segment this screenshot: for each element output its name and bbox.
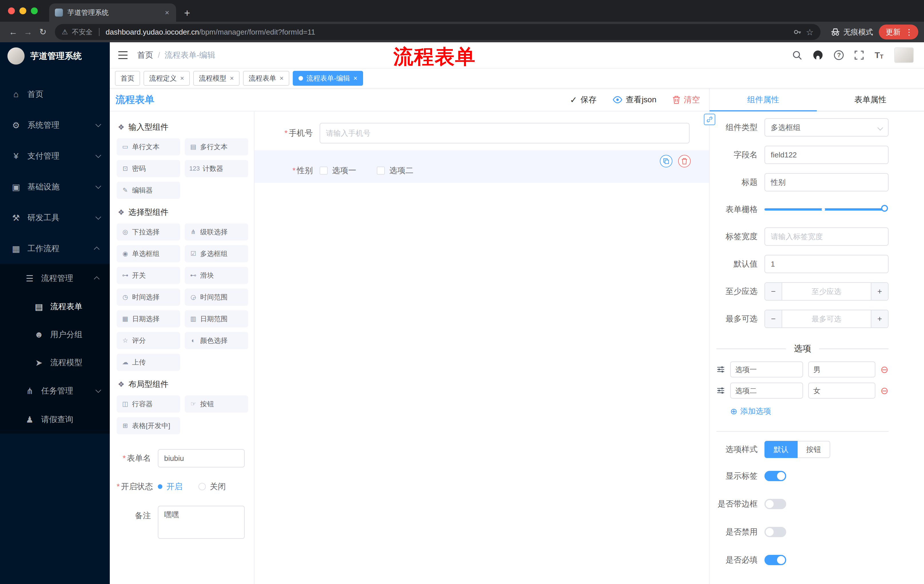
save-button[interactable]: ✓ 保存 [570,94,596,105]
component-counter[interactable]: 123计数器 [185,160,248,177]
form-remark-textarea[interactable]: 嘿嘿 [158,506,245,539]
component-time-picker[interactable]: ◷时间选择 [117,289,180,306]
remove-option-icon[interactable]: ⊖ [881,386,889,395]
browser-menu-icon[interactable]: ⋮ [905,28,913,37]
component-password[interactable]: ⊡密码 [117,160,180,177]
tag-process-model[interactable]: 流程模型 × [193,71,239,86]
github-icon[interactable] [813,50,823,60]
component-slider[interactable]: ⊷滑块 [185,267,248,284]
clear-button[interactable]: 清空 [672,94,700,105]
security-label[interactable]: 不安全 [72,28,92,36]
new-tab-button[interactable]: + [176,8,198,22]
slider-handle[interactable] [881,205,888,212]
font-size-icon[interactable]: TT [874,51,883,59]
component-radio-group[interactable]: ◉单选框组 [117,245,180,262]
close-icon[interactable]: × [180,75,184,82]
increase-button[interactable]: + [871,283,888,300]
drag-handle-icon[interactable] [716,386,725,395]
tag-process-form-edit[interactable]: 流程表单-编辑 × [293,71,363,86]
required-toggle[interactable] [764,555,786,565]
gender-option-2-checkbox[interactable]: 选项二 [377,165,413,176]
tab-form-props[interactable]: 表单属性 [817,89,924,111]
gender-option-1-checkbox[interactable]: 选项一 [320,165,356,176]
status-off-radio[interactable]: 关闭 [198,481,226,492]
drag-handle-icon[interactable] [716,365,725,374]
style-button-button[interactable]: 按钮 [798,441,830,458]
link-icon[interactable] [704,114,715,125]
copy-widget-button[interactable] [660,155,672,168]
component-single-line-text[interactable]: ▭单行文本 [117,138,180,155]
option-1-value-input[interactable] [808,362,875,377]
component-checkbox-group[interactable]: ☑多选框组 [185,245,248,262]
form-canvas[interactable]: *手机号 [254,112,709,584]
option-1-label-input[interactable] [730,362,803,377]
form-name-input[interactable] [158,449,245,467]
delete-widget-button[interactable] [678,155,691,168]
search-icon[interactable] [792,50,802,60]
tag-process-definition[interactable]: 流程定义 × [144,71,190,86]
remove-option-icon[interactable]: ⊖ [881,365,889,374]
sidebar-item-leave-query[interactable]: ♟ 请假查询 [0,405,110,434]
status-on-radio[interactable]: 开启 [158,481,182,492]
fullscreen-icon[interactable] [855,51,864,60]
tab-close-icon[interactable]: × [164,8,170,17]
close-icon[interactable]: × [353,75,357,82]
tag-process-form[interactable]: 流程表单 × [243,71,289,86]
component-row-container[interactable]: ◫行容器 [117,395,180,413]
option-2-label-input[interactable] [730,383,803,398]
sidebar-item-workflow[interactable]: ▦ 工作流程 [0,233,110,264]
help-icon[interactable]: ? [834,50,844,60]
browser-tab[interactable]: 芋道管理系统 × [49,3,176,22]
component-rate[interactable]: ☆评分 [117,332,180,349]
url-text[interactable]: dashboard.yudao.iocoder.cn/bpm/manager/f… [106,28,790,36]
tab-component-props[interactable]: 组件属性 [710,89,817,111]
component-time-range[interactable]: ◶时间范围 [185,289,248,306]
widget-phone[interactable]: *手机号 [254,116,709,150]
breadcrumb-home[interactable]: 首页 [137,50,153,61]
sidebar-item-payment[interactable]: ¥ 支付管理 [0,141,110,171]
tag-home[interactable]: 首页 [115,71,140,86]
max-select-stepper[interactable]: − 最多可选 + [764,310,889,328]
component-date-range[interactable]: ▥日期范围 [185,310,248,327]
component-date-picker[interactable]: ▦日期选择 [117,310,180,327]
option-2-value-input[interactable] [808,383,875,398]
close-icon[interactable]: × [280,75,284,82]
component-multi-line-text[interactable]: ▤多行文本 [185,138,248,155]
style-default-button[interactable]: 默认 [764,441,798,458]
close-icon[interactable]: × [230,75,234,82]
app-logo[interactable]: 芋道管理系统 [0,42,110,70]
maximize-window-button[interactable] [31,7,38,14]
component-switch[interactable]: ⊶开关 [117,267,180,284]
component-type-select[interactable] [764,118,889,137]
component-dropdown[interactable]: ◎下拉选择 [117,224,180,240]
default-value-input[interactable] [764,255,889,273]
minimize-window-button[interactable] [20,7,26,14]
sidebar-item-home[interactable]: ⌂ 首页 [0,79,110,110]
password-key-icon[interactable] [794,28,802,36]
sidebar-item-infrastructure[interactable]: ▣ 基础设施 [0,171,110,202]
collapse-sidebar-icon[interactable] [118,51,128,59]
bookmark-star-icon[interactable]: ☆ [806,27,813,37]
phone-input[interactable] [320,123,690,143]
sidebar-item-process-model[interactable]: ➤ 流程模型 [0,349,110,377]
component-table[interactable]: ⊞表格[开发中] [117,417,180,434]
add-option-button[interactable]: ⊕ 添加选项 [730,406,889,416]
address-bar[interactable]: ⚠ 不安全 dashboard.yudao.iocoder.cn/bpm/man… [55,24,820,40]
sidebar-item-task-management[interactable]: ⋔ 任务管理 [0,377,110,405]
reload-button[interactable]: ↻ [35,28,50,36]
component-type-value[interactable] [764,118,889,137]
increase-button[interactable]: + [871,310,888,327]
component-upload[interactable]: ☁上传 [117,354,180,371]
forward-button[interactable]: → [21,28,35,36]
min-select-stepper[interactable]: − 至少应选 + [764,282,889,301]
sidebar-item-process-management[interactable]: ☰ 流程管理 [0,264,110,293]
grid-slider[interactable] [764,208,883,211]
widget-gender-selected[interactable]: *性别 选项一 选项二 [254,150,709,183]
sidebar-item-user-group[interactable]: ☻ 用户分组 [0,321,110,349]
close-window-button[interactable] [8,7,15,14]
with-border-toggle[interactable] [764,499,786,509]
sidebar-item-process-form[interactable]: ▤ 流程表单 [0,293,110,321]
label-width-input[interactable] [764,227,889,246]
decrease-button[interactable]: − [765,310,782,327]
chrome-update-button[interactable]: 更新 ⋮ [879,25,918,39]
